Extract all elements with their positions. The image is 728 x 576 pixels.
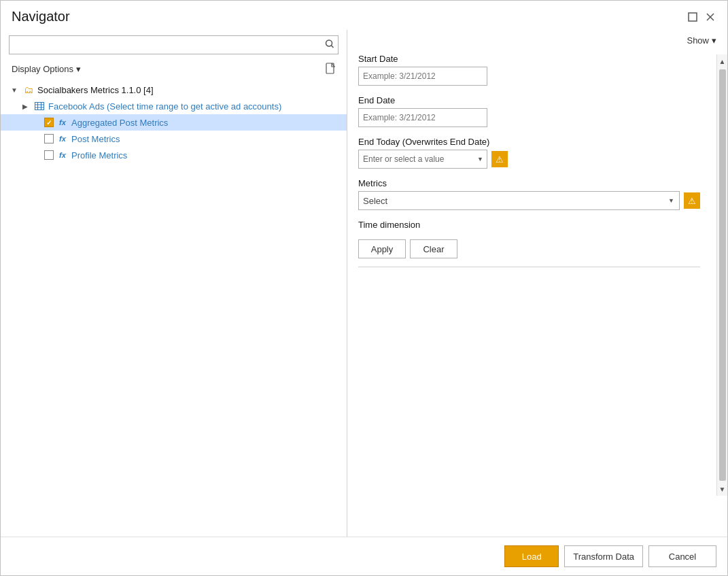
window-controls (687, 11, 716, 23)
bottom-bar: Load Transform Data Cancel (1, 537, 727, 575)
tree-label-facebook-ads: Facebook Ads (Select time range to get a… (48, 101, 281, 112)
search-bar (9, 35, 339, 54)
display-options-button[interactable]: Display Options ▾ (9, 63, 84, 75)
show-button[interactable]: Show ▾ (687, 35, 716, 46)
scroll-down-button[interactable]: ▼ (717, 482, 728, 496)
main-content: Display Options ▾ ▼ 🗂 Socialba (1, 30, 727, 537)
metrics-label: Metrics (358, 178, 700, 188)
right-form-content: Start Date End Date End Today (Overwrite… (347, 48, 727, 537)
end-today-group: End Today (Overwrites End Date) Enter or… (358, 137, 700, 169)
navigator-window: Navigator (0, 0, 728, 576)
clear-button[interactable]: Clear (410, 239, 457, 258)
metrics-row: Select (358, 191, 700, 210)
display-options-label: Display Options (12, 64, 73, 74)
end-date-input[interactable] (358, 108, 487, 127)
fx-icon-post: fx (56, 133, 69, 144)
checkbox-aggregated-post-metrics[interactable] (44, 118, 54, 127)
time-dimension-label: Time dimension (358, 220, 700, 230)
checkbox-post-metrics[interactable] (44, 134, 54, 143)
search-button[interactable] (324, 38, 336, 52)
title-bar: Navigator (1, 1, 727, 30)
start-date-input[interactable] (358, 67, 487, 86)
metrics-select-container: Select (358, 191, 680, 210)
tree-item-socialbakers[interactable]: ▼ 🗂 Socialbakers Metrics 1.1.0 [4] (1, 82, 347, 98)
expand-placeholder-post (31, 133, 41, 144)
svg-line-4 (332, 46, 334, 48)
show-label: Show (687, 35, 709, 46)
right-panel: Show ▾ ▲ ▼ Start Date End Date (347, 30, 727, 537)
close-button[interactable] (704, 11, 716, 23)
fx-icon-profile: fx (56, 150, 69, 160)
time-dimension-group: Time dimension (358, 220, 700, 230)
expand-placeholder-profile (31, 150, 41, 160)
show-chevron-icon: ▾ (712, 35, 716, 46)
expand-placeholder-aggregated (31, 117, 41, 128)
end-today-label: End Today (Overwrites End Date) (358, 137, 700, 147)
metrics-group: Metrics Select (358, 178, 700, 210)
end-today-select-wrapper: Enter or select a value (358, 150, 487, 169)
svg-rect-0 (689, 13, 697, 21)
tree-item-aggregated-post-metrics[interactable]: fx Aggregated Post Metrics (1, 114, 347, 131)
search-input[interactable] (9, 35, 339, 54)
start-date-label: Start Date (358, 54, 700, 64)
end-today-warning-icon[interactable] (491, 151, 508, 167)
divider (358, 267, 700, 267)
table-icon-facebook-ads (33, 101, 46, 112)
folder-icon-socialbakers: 🗂 (22, 84, 35, 95)
tree-item-profile-metrics[interactable]: fx Profile Metrics (1, 147, 347, 163)
start-date-group: Start Date (358, 54, 700, 86)
file-icon[interactable] (324, 61, 339, 76)
cancel-button[interactable]: Cancel (648, 545, 716, 567)
end-date-label: End Date (358, 95, 700, 105)
scrollbar: ▲ ▼ (716, 54, 727, 496)
end-today-row: Enter or select a value (358, 150, 700, 169)
display-options-bar: Display Options ▾ (1, 60, 347, 82)
transform-data-button[interactable]: Transform Data (564, 545, 643, 567)
apply-button[interactable]: Apply (358, 239, 406, 258)
tree-item-facebook-ads[interactable]: ▶ Facebook Ads (Select time range to get… (1, 98, 347, 114)
tree-item-post-metrics[interactable]: fx Post Metrics (1, 131, 347, 147)
end-date-group: End Date (358, 95, 700, 127)
tree-area: ▼ 🗂 Socialbakers Metrics 1.1.0 [4] ▶ (1, 82, 347, 531)
window-title: Navigator (12, 9, 70, 24)
right-top-bar: Show ▾ (347, 30, 727, 48)
metrics-warning-icon[interactable] (684, 192, 700, 209)
action-buttons-row: Apply Clear (358, 239, 700, 258)
end-today-select[interactable]: Enter or select a value (358, 150, 487, 169)
expand-icon-socialbakers: ▼ (9, 84, 20, 95)
tree-label-socialbakers: Socialbakers Metrics 1.1.0 [4] (37, 85, 154, 95)
maximize-button[interactable] (687, 11, 699, 23)
fx-icon-aggregated: fx (56, 117, 69, 128)
tree-label-aggregated-post-metrics: Aggregated Post Metrics (71, 118, 168, 128)
metrics-select[interactable]: Select (358, 191, 680, 210)
checkbox-profile-metrics[interactable] (44, 150, 54, 160)
tree-label-profile-metrics: Profile Metrics (71, 150, 127, 160)
load-button[interactable]: Load (504, 545, 559, 567)
display-options-chevron-icon: ▾ (76, 64, 81, 74)
expand-icon-facebook-ads: ▶ (20, 101, 31, 112)
tree-label-post-metrics: Post Metrics (71, 134, 120, 144)
scroll-up-button[interactable]: ▲ (717, 54, 728, 68)
svg-point-3 (326, 40, 332, 46)
scroll-thumb[interactable] (719, 69, 726, 481)
left-panel: Display Options ▾ ▼ 🗂 Socialba (1, 30, 347, 537)
svg-rect-6 (35, 103, 44, 110)
